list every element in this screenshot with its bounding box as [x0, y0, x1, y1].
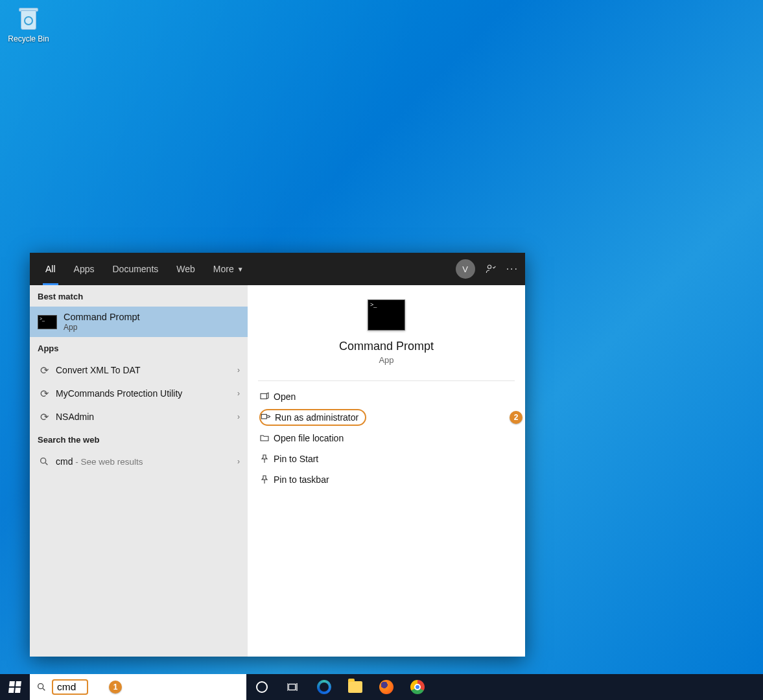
section-apps: Apps — [30, 337, 248, 358]
tab-all[interactable]: All — [36, 253, 65, 285]
tab-more-label: More — [213, 264, 234, 274]
recycle-bin-label: Recycle Bin — [5, 34, 52, 43]
web-result-hint: - See web results — [73, 457, 143, 467]
svg-line-2 — [45, 463, 47, 465]
svg-line-8 — [43, 688, 45, 690]
app-result[interactable]: ⟳ Convert XML To DAT › — [30, 358, 248, 382]
callout-badge-2: 2 — [510, 411, 522, 424]
web-result-term: cmd — [56, 456, 73, 467]
search-filter-tabs: All Apps Documents Web More ▼ — [36, 253, 253, 285]
rewards-icon[interactable] — [486, 264, 496, 274]
more-options-icon[interactable]: ··· — [506, 263, 519, 275]
search-results-list: Best match Command Prompt App Apps ⟳ Con… — [30, 285, 248, 657]
chevron-right-icon: › — [237, 457, 240, 466]
app-result[interactable]: ⟳ NSAdmin › — [30, 405, 248, 428]
section-search-web: Search the web — [30, 428, 248, 450]
recycle-bin-icon — [17, 5, 40, 34]
pin-icon — [259, 474, 274, 485]
section-best-match: Best match — [30, 285, 248, 307]
preview-actions: Open Run as administrator 2 — [248, 385, 525, 491]
action-label: Pin to Start — [274, 454, 318, 464]
app-icon: ⟳ — [38, 388, 51, 400]
tab-more[interactable]: More ▼ — [204, 253, 253, 285]
chrome-icon — [410, 680, 425, 694]
open-icon — [259, 391, 274, 402]
app-icon: ⟳ — [38, 411, 51, 423]
tab-documents[interactable]: Documents — [103, 253, 167, 285]
action-pin-to-start[interactable]: Pin to Start — [253, 449, 520, 469]
action-run-as-administrator[interactable]: Run as administrator 2 — [253, 407, 520, 428]
best-match-result[interactable]: Command Prompt App — [30, 307, 248, 337]
web-result-text: cmd - See web results — [56, 456, 237, 467]
folder-icon — [259, 433, 274, 443]
taskbar-app-edge[interactable] — [309, 674, 340, 700]
divider — [258, 380, 515, 381]
cmd-icon — [38, 315, 57, 329]
tab-apps[interactable]: Apps — [65, 253, 104, 285]
search-preview-pane: Command Prompt App Open — [248, 285, 525, 657]
app-result-label: Convert XML To DAT — [56, 365, 237, 375]
start-button[interactable] — [0, 674, 30, 700]
action-label: Pin to taskbar — [274, 474, 329, 485]
taskbar-app-file-explorer[interactable] — [340, 674, 371, 700]
action-open[interactable]: Open — [253, 386, 520, 407]
svg-point-1 — [41, 458, 46, 463]
action-label: Run as administrator — [275, 412, 358, 423]
action-open-file-location[interactable]: Open file location — [253, 428, 520, 449]
app-result-label: NSAdmin — [56, 412, 237, 422]
preview-title: Command Prompt — [258, 340, 515, 353]
svg-rect-4 — [261, 414, 266, 419]
search-input[interactable] — [57, 681, 83, 693]
file-explorer-icon — [348, 681, 362, 693]
app-result-label: MyCommands Protection Utility — [56, 388, 237, 399]
svg-rect-3 — [261, 393, 266, 399]
best-match-title: Command Prompt — [64, 312, 140, 322]
taskbar-app-firefox[interactable] — [371, 674, 402, 700]
app-icon: ⟳ — [38, 364, 51, 377]
svg-point-7 — [38, 684, 43, 689]
chevron-right-icon: › — [237, 389, 240, 398]
taskbar-search-box[interactable]: 1 — [30, 674, 246, 700]
action-label: Open — [274, 391, 296, 402]
svg-point-0 — [487, 265, 491, 268]
desktop-icon-recycle-bin[interactable]: Recycle Bin — [5, 5, 52, 43]
taskbar-app-chrome[interactable] — [402, 674, 433, 700]
cortana-icon — [256, 681, 268, 693]
task-view-icon — [287, 681, 299, 693]
admin-shield-icon — [261, 412, 275, 423]
taskbar: 1 — [0, 674, 763, 700]
edge-icon — [317, 680, 331, 694]
taskbar-task-view[interactable] — [277, 674, 309, 700]
search-icon — [38, 456, 51, 467]
action-label: Open file location — [274, 433, 344, 443]
web-result[interactable]: cmd - See web results › — [30, 450, 248, 473]
app-result[interactable]: ⟳ MyCommands Protection Utility › — [30, 382, 248, 405]
chevron-down-icon: ▼ — [237, 266, 244, 273]
action-pin-to-taskbar[interactable]: Pin to taskbar — [253, 469, 520, 490]
taskbar-cortana[interactable] — [246, 674, 277, 700]
svg-rect-9 — [288, 684, 296, 690]
desktop-wallpaper: Recycle Bin All Apps Documents Web More … — [0, 0, 763, 700]
callout-badge-1: 1 — [109, 681, 122, 694]
cmd-icon — [368, 299, 405, 331]
chevron-right-icon: › — [237, 412, 240, 421]
search-icon — [36, 682, 47, 692]
preview-subtitle: App — [258, 355, 515, 365]
chevron-right-icon: › — [237, 366, 240, 375]
search-input-highlight — [52, 679, 88, 695]
pin-icon — [259, 454, 274, 464]
user-avatar[interactable]: V — [456, 259, 475, 279]
search-panel-header: All Apps Documents Web More ▼ V ··· — [30, 253, 525, 285]
firefox-icon — [379, 680, 393, 694]
tab-web[interactable]: Web — [167, 253, 204, 285]
best-match-subtitle: App — [64, 323, 140, 332]
start-search-panel: All Apps Documents Web More ▼ V ··· Bes — [30, 253, 525, 657]
windows-logo-icon — [8, 681, 21, 693]
